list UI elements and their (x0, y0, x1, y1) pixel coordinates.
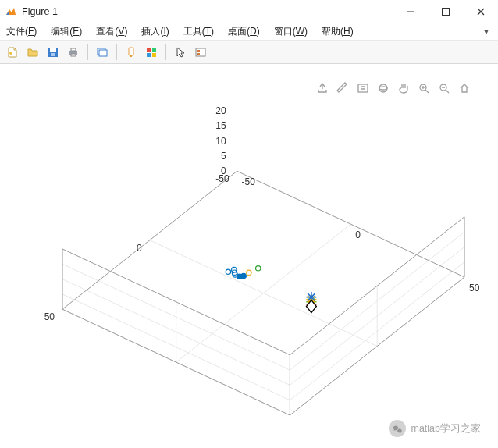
svg-text:-50: -50 (242, 176, 256, 187)
minimize-button[interactable] (393, 0, 428, 23)
svg-rect-17 (152, 53, 156, 57)
svg-rect-11 (99, 50, 107, 56)
svg-rect-19 (197, 50, 200, 52)
titlebar: Figure 1 (0, 0, 498, 23)
watermark-text: matlab学习之家 (411, 422, 481, 436)
svg-point-3 (9, 52, 12, 55)
maximize-button[interactable] (428, 0, 463, 23)
zoom-in-icon[interactable] (417, 81, 431, 95)
svg-point-23 (379, 87, 387, 90)
color-grid-button[interactable] (142, 43, 161, 62)
pan-icon[interactable] (397, 81, 411, 95)
link-plot-button[interactable] (93, 43, 112, 62)
menu-file[interactable]: 文件(F) (3, 24, 40, 39)
toolbar (0, 41, 498, 64)
svg-rect-16 (147, 53, 151, 57)
axes-3d[interactable]: 05101520-50050-50050 (0, 64, 498, 448)
menubar: 文件(F) 编辑(E) 查看(V) 插入(I) 工具(T) 桌面(D) 窗口(W… (0, 23, 498, 41)
window-title: Figure 1 (22, 6, 58, 17)
svg-text:20: 20 (215, 105, 226, 116)
menu-desktop[interactable]: 桌面(D) (225, 24, 263, 39)
svg-point-22 (379, 84, 387, 92)
brush-icon[interactable] (336, 81, 350, 95)
svg-text:50: 50 (469, 283, 480, 293)
svg-text:0: 0 (355, 229, 361, 240)
menu-help[interactable]: 帮助(H) (318, 24, 357, 39)
data-cursor-button[interactable] (122, 43, 141, 62)
svg-rect-2 (442, 8, 449, 15)
menu-insert[interactable]: 插入(I) (138, 24, 172, 39)
svg-text:10: 10 (215, 136, 226, 147)
save-button[interactable] (44, 43, 62, 62)
svg-rect-9 (71, 54, 76, 56)
pointer-button[interactable] (171, 43, 190, 62)
toolbar-separator (165, 44, 166, 60)
note-icon[interactable] (356, 81, 370, 95)
svg-text:-50: -50 (215, 173, 229, 184)
menu-overflow-icon[interactable]: ▼ (482, 27, 495, 36)
rotate-3d-icon[interactable] (376, 81, 390, 95)
insert-legend-button[interactable] (191, 43, 210, 62)
matlab-figure-icon (5, 5, 17, 18)
svg-rect-12 (129, 48, 133, 55)
svg-rect-15 (152, 48, 156, 52)
svg-text:50: 50 (44, 311, 55, 322)
open-file-button[interactable] (23, 43, 42, 62)
svg-rect-18 (196, 48, 205, 56)
plot-area: 05101520-50050-50050 matlab学习之家 (0, 64, 498, 448)
wechat-icon (389, 420, 406, 437)
svg-rect-6 (51, 53, 55, 56)
close-button[interactable] (463, 0, 498, 23)
toolbar-separator (87, 44, 88, 60)
svg-rect-5 (50, 48, 56, 52)
svg-rect-13 (130, 55, 132, 57)
svg-rect-20 (197, 53, 200, 55)
svg-text:15: 15 (215, 120, 226, 131)
toolbar-separator (116, 44, 117, 60)
svg-rect-21 (358, 84, 368, 92)
new-figure-button[interactable] (3, 43, 22, 62)
svg-text:0: 0 (137, 243, 142, 254)
svg-text:5: 5 (221, 151, 226, 162)
svg-rect-1 (407, 11, 414, 12)
axes-toolbar (315, 81, 471, 95)
menu-view[interactable]: 查看(V) (93, 24, 130, 39)
export-icon[interactable] (315, 81, 329, 95)
menu-tools[interactable]: 工具(T) (180, 24, 217, 39)
menu-edit[interactable]: 编辑(E) (48, 24, 85, 39)
watermark: matlab学习之家 (389, 420, 481, 437)
zoom-out-icon[interactable] (437, 81, 451, 95)
svg-point-76 (241, 273, 246, 278)
menu-window[interactable]: 窗口(W) (271, 24, 311, 39)
print-button[interactable] (64, 43, 83, 62)
svg-rect-14 (147, 48, 151, 52)
svg-rect-8 (71, 48, 76, 51)
home-icon[interactable] (457, 81, 471, 95)
